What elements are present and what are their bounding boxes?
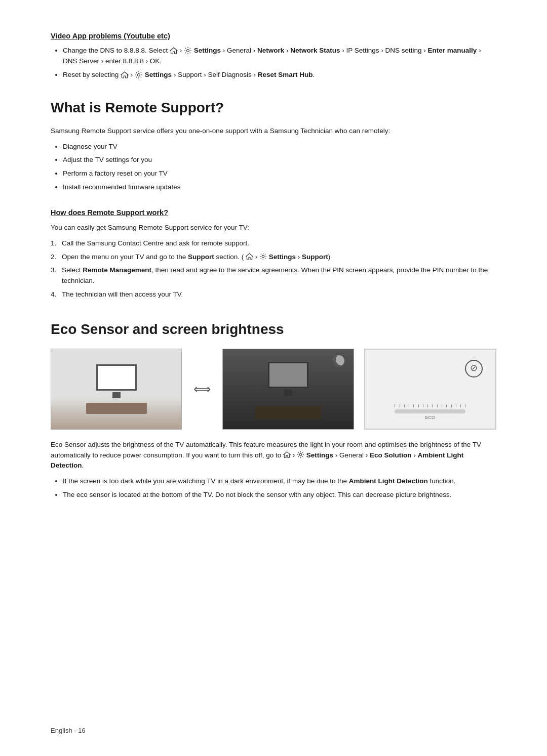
page-footer: English - 16 bbox=[51, 726, 86, 736]
gear-icon-3 bbox=[259, 253, 267, 260]
bullet-dns: Change the DNS to 8.8.8.8. Select › Sett… bbox=[63, 46, 496, 67]
gear-icon-2 bbox=[135, 71, 143, 79]
rs-bullet-4: Install recommended firmware updates bbox=[63, 182, 496, 193]
eco-bullet-1: If the screen is too dark while you are … bbox=[63, 476, 496, 487]
eco-image-2 bbox=[222, 349, 354, 430]
furniture-bright bbox=[86, 403, 147, 414]
eco-sensor-title: Eco Sensor and screen brightness bbox=[51, 318, 496, 340]
gear-icon-4 bbox=[297, 451, 304, 458]
eco-label: ECO bbox=[425, 414, 436, 422]
video-app-section: Video App problems (Youtube etc) Change … bbox=[51, 30, 496, 80]
video-app-heading: Video App problems (Youtube etc) bbox=[51, 30, 496, 41]
eco-body-text: Eco Sensor adjusts the brightness of the… bbox=[51, 440, 496, 472]
remote-support-section: What is Remote Support? Samsung Remote S… bbox=[51, 97, 496, 193]
svg-point-0 bbox=[186, 49, 189, 52]
svg-point-2 bbox=[262, 256, 264, 258]
eco-bullet-2: The eco sensor is located at the bottom … bbox=[63, 490, 496, 500]
tv-frame-bright bbox=[96, 364, 137, 391]
arrow-between-images: ⟺ bbox=[192, 380, 212, 398]
svg-point-3 bbox=[299, 454, 302, 456]
tv-frame-dark bbox=[268, 362, 308, 388]
eco-bullets: If the screen is too dark while you are … bbox=[51, 476, 496, 500]
step-2: 2. Open the menu on your TV and go to th… bbox=[51, 252, 496, 263]
remote-support-bullets: Diagnose your TV Adjust the TV settings … bbox=[51, 142, 496, 193]
sensor-circle-icon: ⊘ bbox=[465, 360, 483, 377]
bullet-reset: Reset by selecting › Settings › Support … bbox=[63, 70, 496, 80]
video-app-bullets: Change the DNS to 8.8.8.8. Select › Sett… bbox=[51, 46, 496, 80]
page: Video App problems (Youtube etc) Change … bbox=[0, 0, 547, 756]
home-icon-3 bbox=[246, 253, 253, 260]
how-remote-intro: You can easily get Samsung Remote Suppor… bbox=[51, 223, 496, 233]
eco-images-row: ⟺ ⊘ bbox=[51, 349, 496, 430]
gear-icon-1 bbox=[184, 47, 192, 55]
how-remote-section: How does Remote Support work? You can ea… bbox=[51, 207, 496, 300]
how-remote-heading: How does Remote Support work? bbox=[51, 207, 496, 218]
slider-bar bbox=[395, 409, 465, 413]
home-icon-4 bbox=[283, 451, 291, 458]
double-arrow-icon: ⟺ bbox=[193, 380, 211, 398]
furniture-dark bbox=[255, 406, 321, 419]
step-4: 4. The technician will then access your … bbox=[51, 289, 496, 300]
rs-bullet-2: Adjust the TV settings for you bbox=[63, 155, 496, 165]
eco-sensor-section: Eco Sensor and screen brightness ⟺ bbox=[51, 318, 496, 500]
tick-marks bbox=[395, 404, 465, 407]
moon-icon bbox=[333, 355, 344, 366]
step-3: 3. Select Remote Management, then read a… bbox=[51, 265, 496, 286]
home-icon-1 bbox=[170, 47, 178, 55]
svg-point-1 bbox=[138, 73, 140, 76]
home-icon-2 bbox=[121, 71, 129, 79]
tv-stand-dark bbox=[284, 390, 292, 396]
remote-support-title: What is Remote Support? bbox=[51, 97, 496, 118]
tv-stand-bright bbox=[112, 392, 121, 398]
eco-image-3: ⊘ bbox=[364, 349, 496, 430]
rs-bullet-3: Perform a factory reset on your TV bbox=[63, 169, 496, 179]
rs-bullet-1: Diagnose your TV bbox=[63, 142, 496, 152]
step-1: 1. Call the Samsung Contact Centre and a… bbox=[51, 238, 496, 249]
eco-image-1 bbox=[51, 349, 182, 430]
how-remote-steps: 1. Call the Samsung Contact Centre and a… bbox=[51, 238, 496, 301]
remote-support-intro: Samsung Remote Support service offers yo… bbox=[51, 126, 496, 137]
